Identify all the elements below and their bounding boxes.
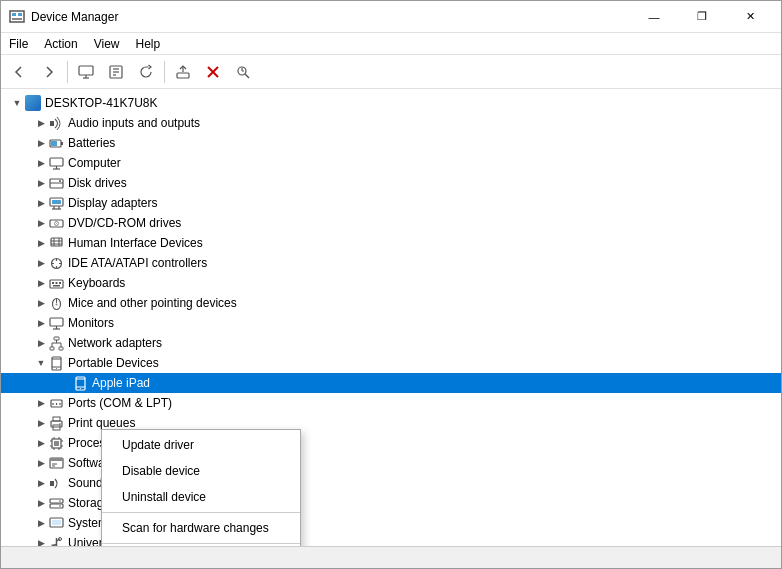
tree-item-audio[interactable]: ▶ Audio inputs and outputs bbox=[1, 113, 781, 133]
content-area: ▼ DESKTOP-41K7U8K ▶ Audio inputs and out… bbox=[1, 89, 781, 546]
expander-portable[interactable]: ▼ bbox=[33, 355, 49, 371]
tree-item-ide[interactable]: ▶ IDE ATA/ATAPI controllers bbox=[1, 253, 781, 273]
svg-point-36 bbox=[56, 223, 57, 224]
expander-audio[interactable]: ▶ bbox=[33, 115, 49, 131]
expander-print[interactable]: ▶ bbox=[33, 415, 49, 431]
remove-device-toolbar-btn[interactable] bbox=[199, 58, 227, 86]
expander-proc[interactable]: ▶ bbox=[33, 435, 49, 451]
mice-label: Mice and other pointing devices bbox=[68, 296, 237, 310]
tree-item-portable[interactable]: ▼ Portable Devices bbox=[1, 353, 781, 373]
svg-rect-3 bbox=[12, 18, 22, 20]
svg-rect-19 bbox=[50, 121, 54, 126]
expander-ide[interactable]: ▶ bbox=[33, 255, 49, 271]
device-manager-window: Device Manager — ❐ ✕ File Action View He… bbox=[0, 0, 782, 569]
expander-monitors[interactable]: ▶ bbox=[33, 315, 49, 331]
software-icon bbox=[49, 456, 64, 471]
svg-point-50 bbox=[56, 303, 58, 305]
tree-item-keyboard[interactable]: ▶ Keyboards bbox=[1, 273, 781, 293]
expander-ports[interactable]: ▶ bbox=[33, 395, 49, 411]
svg-point-68 bbox=[80, 388, 81, 389]
print-label: Print queues bbox=[68, 416, 135, 430]
menu-file[interactable]: File bbox=[1, 35, 36, 53]
mice-icon bbox=[49, 296, 64, 311]
svg-line-16 bbox=[245, 74, 249, 78]
minimize-button[interactable]: — bbox=[631, 1, 677, 33]
computer-label: Computer bbox=[68, 156, 121, 170]
apple-ipad-icon bbox=[73, 376, 88, 391]
ctx-uninstall-device[interactable]: Uninstall device bbox=[102, 484, 300, 510]
keyboard-icon bbox=[49, 276, 64, 291]
forward-button[interactable] bbox=[35, 58, 63, 86]
expander-usb[interactable]: ▶ bbox=[33, 535, 49, 546]
update-driver-toolbar-btn[interactable] bbox=[169, 58, 197, 86]
tree-item-root[interactable]: ▼ DESKTOP-41K7U8K bbox=[1, 93, 781, 113]
svg-rect-97 bbox=[52, 520, 61, 525]
ports-label: Ports (COM & LPT) bbox=[68, 396, 172, 410]
expander-system[interactable]: ▶ bbox=[33, 515, 49, 531]
restore-button[interactable]: ❐ bbox=[679, 1, 725, 33]
tree-item-ports[interactable]: ▶ Ports (COM & LPT) bbox=[1, 393, 781, 413]
menu-view[interactable]: View bbox=[86, 35, 128, 53]
svg-rect-1 bbox=[12, 13, 16, 16]
scan-changes-toolbar-btn[interactable] bbox=[229, 58, 257, 86]
expander-root[interactable]: ▼ bbox=[9, 95, 25, 111]
ctx-disable-device[interactable]: Disable device bbox=[102, 458, 300, 484]
expander-apple-ipad[interactable] bbox=[57, 375, 73, 391]
expander-software[interactable]: ▶ bbox=[33, 455, 49, 471]
expander-batteries[interactable]: ▶ bbox=[33, 135, 49, 151]
network-icon bbox=[49, 336, 64, 351]
svg-rect-23 bbox=[50, 158, 63, 166]
tree-item-display[interactable]: ▶ Display adapters bbox=[1, 193, 781, 213]
tree-item-disk[interactable]: ▶ Disk drives bbox=[1, 173, 781, 193]
svg-rect-11 bbox=[177, 73, 189, 78]
ctx-update-driver[interactable]: Update driver bbox=[102, 432, 300, 458]
keyboard-label: Keyboards bbox=[68, 276, 125, 290]
tree-item-dvd[interactable]: ▶ DVD/CD-ROM drives bbox=[1, 213, 781, 233]
audio-icon bbox=[49, 116, 64, 131]
tree-item-network[interactable]: ▶ Network adapters bbox=[1, 333, 781, 353]
svg-point-94 bbox=[59, 500, 61, 502]
dvd-label: DVD/CD-ROM drives bbox=[68, 216, 181, 230]
tree-item-apple-ipad[interactable]: Apple iPad bbox=[1, 373, 781, 393]
properties-toolbar-btn[interactable] bbox=[102, 58, 130, 86]
tree-view[interactable]: ▼ DESKTOP-41K7U8K ▶ Audio inputs and out… bbox=[1, 89, 781, 546]
refresh-toolbar-btn[interactable] bbox=[132, 58, 160, 86]
expander-mice[interactable]: ▶ bbox=[33, 295, 49, 311]
tree-item-batteries[interactable]: ▶ Batteries bbox=[1, 133, 781, 153]
close-button[interactable]: ✕ bbox=[727, 1, 773, 33]
tree-item-mice[interactable]: ▶ Mice and other pointing devices bbox=[1, 293, 781, 313]
expander-keyboard[interactable]: ▶ bbox=[33, 275, 49, 291]
expander-computer[interactable]: ▶ bbox=[33, 155, 49, 171]
ctx-scan-hardware[interactable]: Scan for hardware changes bbox=[102, 515, 300, 541]
svg-rect-22 bbox=[51, 141, 57, 146]
expander-storage[interactable]: ▶ bbox=[33, 495, 49, 511]
svg-rect-93 bbox=[50, 504, 63, 508]
svg-rect-55 bbox=[50, 347, 54, 350]
expander-sound[interactable]: ▶ bbox=[33, 475, 49, 491]
menu-help[interactable]: Help bbox=[128, 35, 169, 53]
svg-point-95 bbox=[59, 505, 61, 507]
tree-item-computer[interactable]: ▶ Computer bbox=[1, 153, 781, 173]
window-controls: — ❐ ✕ bbox=[631, 1, 773, 33]
tree-item-monitors[interactable]: ▶ Monitors bbox=[1, 313, 781, 333]
expander-display[interactable]: ▶ bbox=[33, 195, 49, 211]
svg-point-64 bbox=[56, 368, 57, 369]
ctx-sep-2 bbox=[102, 543, 300, 544]
tree-item-hid[interactable]: ▶ Human Interface Devices bbox=[1, 233, 781, 253]
expander-network[interactable]: ▶ bbox=[33, 335, 49, 351]
computer-toolbar-btn[interactable] bbox=[72, 58, 100, 86]
expander-dvd[interactable]: ▶ bbox=[33, 215, 49, 231]
svg-rect-44 bbox=[52, 282, 54, 284]
svg-rect-4 bbox=[79, 66, 93, 75]
hid-label: Human Interface Devices bbox=[68, 236, 203, 250]
svg-rect-2 bbox=[18, 13, 22, 16]
ide-label: IDE ATA/ATAPI controllers bbox=[68, 256, 207, 270]
usb-icon bbox=[49, 536, 64, 547]
expander-hid[interactable]: ▶ bbox=[33, 235, 49, 251]
expander-disk[interactable]: ▶ bbox=[33, 175, 49, 191]
window-icon bbox=[9, 9, 25, 25]
back-button[interactable] bbox=[5, 58, 33, 86]
computer-icon bbox=[25, 95, 41, 111]
toolbar-sep-2 bbox=[164, 61, 165, 83]
menu-action[interactable]: Action bbox=[36, 35, 85, 53]
